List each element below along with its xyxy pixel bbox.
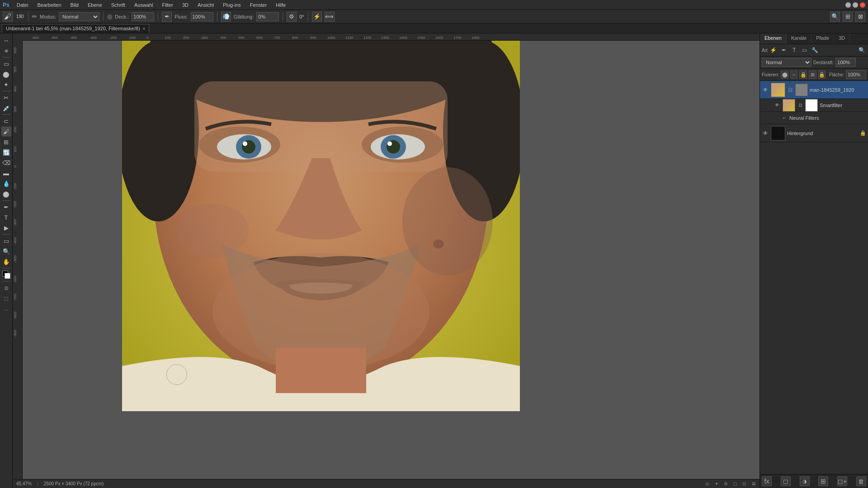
pen-pressure-icon[interactable]: ✒ — [162, 12, 172, 22]
tool-brush[interactable]: 🖌 — [1, 127, 11, 136]
filter-icon-2[interactable]: ✒ — [779, 46, 788, 55]
menu-filter[interactable]: Filter — [160, 1, 175, 9]
filter-toggle[interactable]: 🔍 — [857, 46, 866, 55]
glattung-label: Glättung: — [234, 14, 254, 19]
tool-options-icon[interactable]: 🖌 — [3, 12, 13, 22]
panel-tab-kanale[interactable]: Kanäle — [787, 33, 811, 44]
extra-tool-icon[interactable]: ⟺ — [325, 12, 335, 22]
tool-screen-mode[interactable]: ⬚ — [1, 293, 11, 303]
layer-fx-button[interactable]: fx — [762, 476, 772, 486]
blend-mode-select[interactable]: Normal — [762, 58, 811, 67]
arrange-icon[interactable]: ⊠ — [855, 12, 865, 22]
layer-delete-button[interactable]: 🗑 — [856, 476, 866, 486]
image-viewport[interactable] — [23, 41, 760, 479]
symmetry-icon[interactable]: ⚡ — [312, 12, 322, 22]
layer-adjustment-button[interactable]: ◑ — [800, 476, 810, 486]
tool-text[interactable]: T — [1, 212, 11, 222]
document-tab[interactable]: Unbenannt-1 bei 45,5% (man-1845259_1920,… — [2, 24, 149, 33]
status-icon-3[interactable]: ⚙ — [724, 481, 728, 486]
ruler-label-1600: 1600 — [435, 36, 443, 40]
tool-extra[interactable]: … — [1, 304, 11, 314]
tool-dodge[interactable]: ⬤ — [1, 189, 11, 199]
menu-ansicht[interactable]: Ansicht — [196, 1, 216, 9]
tool-eraser[interactable]: ⌫ — [1, 158, 11, 168]
color-swatch[interactable] — [2, 271, 10, 279]
tool-hand[interactable]: ✋ — [1, 257, 11, 267]
tool-lasso[interactable]: ⬤ — [1, 69, 11, 79]
layer-eye-smartfilter[interactable]: 👁 — [774, 102, 781, 109]
menu-ebene[interactable]: Ebene — [86, 1, 104, 9]
tab-close-button[interactable]: × — [143, 26, 146, 31]
filter-icon-1[interactable]: ⚡ — [769, 46, 778, 55]
panel-tab-ebenen[interactable]: Ebenen — [760, 33, 787, 44]
tool-quick-mask[interactable]: ⊡ — [1, 283, 11, 293]
menu-plugins[interactable]: Plug-ins — [221, 1, 243, 9]
modus-select[interactable]: Normal — [59, 12, 99, 21]
tool-artboard[interactable]: ⊕ — [1, 46, 11, 56]
layer-group-button[interactable]: ⊞ — [818, 476, 828, 486]
workspace-icon[interactable]: ⊞ — [843, 12, 853, 22]
tool-path-select[interactable]: ▶ — [1, 223, 11, 233]
status-icon-5[interactable]: ⊡ — [742, 481, 746, 486]
glattung-input[interactable] — [256, 12, 279, 21]
tool-spot-heal[interactable]: ⊂ — [1, 116, 11, 126]
status-icon-4[interactable]: ◻ — [733, 481, 737, 486]
tool-blur[interactable]: 💧 — [1, 178, 11, 188]
tool-pen[interactable]: ✒ — [1, 202, 11, 212]
deck-input[interactable] — [132, 12, 154, 21]
menu-bild[interactable]: Bild — [69, 1, 80, 9]
search-icon[interactable]: 🔍 — [830, 12, 840, 22]
fluss-input[interactable] — [191, 12, 213, 21]
menu-datei[interactable]: Datei — [15, 1, 30, 9]
menu-auswahl[interactable]: Auswahl — [132, 1, 155, 9]
fix-icon-5[interactable]: 🔒 — [818, 70, 826, 79]
tool-history[interactable]: 🔃 — [1, 147, 11, 157]
layer-item-hintergrund[interactable]: 👁 Hintergrund 🔒 — [760, 124, 868, 142]
layer-eye-main[interactable]: 👁 — [762, 86, 769, 94]
layer-mask-button[interactable]: ◻ — [781, 476, 791, 486]
tool-shape-rect[interactable]: ▭ — [1, 236, 11, 246]
settings-icon[interactable]: ⚙ — [287, 12, 297, 22]
menu-hilfe[interactable]: Hilfe — [274, 1, 288, 9]
fix-icon-1[interactable]: ⬤ — [781, 70, 788, 79]
layer-chain-smartfilter[interactable]: ⛓ — [797, 102, 803, 108]
tool-eyedropper[interactable]: 💉 — [1, 103, 11, 113]
tool-move[interactable]: ↔ — [1, 35, 11, 45]
filter-icon-5[interactable]: 🔧 — [811, 46, 820, 55]
panel-tab-pfade[interactable]: Pfade — [811, 33, 834, 44]
layer-chain-main[interactable]: ⛓ — [787, 87, 793, 93]
flache-input[interactable] — [846, 70, 866, 79]
tool-magic-wand[interactable]: ✦ — [1, 80, 11, 89]
fix-icon-3[interactable]: 🔒 — [799, 70, 807, 79]
deckraft-input-panel[interactable] — [835, 58, 856, 67]
tool-crop[interactable]: ✂ — [1, 93, 11, 103]
background-color[interactable] — [5, 273, 10, 279]
tool-select-rect[interactable]: ▭ — [1, 59, 11, 69]
menu-bearbeiten[interactable]: Bearbeiten — [35, 1, 63, 9]
filter-icon-4[interactable]: ▭ — [800, 46, 809, 55]
layer-item-smartfilter[interactable]: 👁 ⛓ Smartfilter — [760, 99, 868, 112]
tool-stamp[interactable]: ⊞ — [1, 137, 11, 147]
tool-gradient[interactable]: ▬ — [1, 168, 11, 178]
layer-new-button[interactable]: ◻+ — [837, 476, 847, 486]
layer-eye-hintergrund[interactable]: 👁 — [762, 130, 769, 137]
tool-zoom[interactable]: 🔍 — [1, 246, 11, 256]
horizontal-ruler: -600 -500 -400 -300 -200 -100 0 100 200 … — [23, 33, 760, 41]
menu-schrift[interactable]: Schrift — [109, 1, 127, 9]
fix-icon-4[interactable]: ⊞ — [809, 70, 816, 79]
status-icon-1[interactable]: ◎ — [705, 481, 709, 486]
maximize-button[interactable]: □ — [853, 2, 858, 8]
fluss-label: Fluss: — [175, 14, 188, 19]
status-icon-6[interactable]: 🖥 — [751, 481, 756, 486]
fix-icon-2[interactable]: ↔ — [790, 70, 798, 79]
layer-item-main[interactable]: 👁 ⛓ man-1845259_1920 — [760, 81, 868, 99]
layer-item-neural[interactable]: ↩ Neural Filters — [760, 112, 868, 124]
panel-tab-3d[interactable]: 3D — [834, 33, 850, 44]
menu-fenster[interactable]: Fenster — [248, 1, 269, 9]
filter-icon-3[interactable]: T — [790, 46, 799, 55]
close-button[interactable]: × — [860, 2, 865, 8]
status-icon-2[interactable]: ✦ — [715, 481, 718, 486]
airbrush-icon[interactable]: 💨 — [221, 12, 231, 22]
menu-3d[interactable]: 3D — [180, 1, 190, 9]
minimize-button[interactable]: ─ — [845, 2, 851, 8]
